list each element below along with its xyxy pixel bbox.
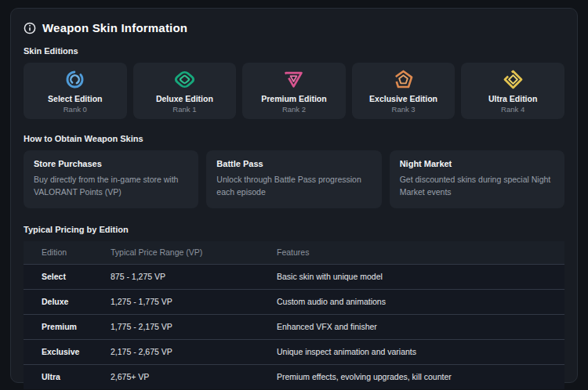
table-row-deluxe: Deluxe 1,275 - 1,775 VP Custom audio and…	[24, 289, 564, 314]
column-header-edition: Edition	[24, 247, 111, 257]
obtain-heading: How to Obtain Weapon Skins	[24, 134, 564, 143]
panel-header: Weapon Skin Information	[24, 21, 564, 34]
edition-cell: Exclusive	[24, 347, 111, 356]
weapon-skin-info-panel: Weapon Skin Information Skin Editions Se…	[10, 8, 578, 383]
edition-card-row: Select Edition Rank 0 Deluxe Edition Ran…	[24, 63, 564, 119]
column-header-price: Typical Price Range (VP)	[111, 247, 277, 257]
features-cell: Unique inspect animation and variants	[277, 347, 564, 356]
edition-rank: Rank 3	[392, 105, 416, 114]
obtain-card-description: Unlock through Battle Pass progression e…	[216, 174, 371, 199]
obtain-card-description: Buy directly from the in-game store with…	[34, 174, 188, 199]
edition-card-exclusive: Exclusive Edition Rank 3	[352, 63, 456, 119]
price-cell: 875 - 1,275 VP	[111, 272, 277, 281]
table-row-select: Select 875 - 1,275 VP Basic skin with un…	[24, 264, 564, 289]
edition-card-deluxe: Deluxe Edition Rank 1	[133, 63, 237, 119]
editions-heading: Skin Editions	[24, 46, 564, 56]
obtain-card-row: Store Purchases Buy directly from the in…	[24, 150, 564, 208]
obtain-card-description: Get discounted skins during special Nigh…	[400, 174, 554, 199]
edition-name: Select Edition	[48, 94, 102, 103]
obtain-card-night-market: Night Market Get discounted skins during…	[390, 150, 564, 208]
price-cell: 2,675+ VP	[111, 372, 277, 381]
obtain-card-title: Battle Pass	[216, 159, 371, 168]
price-cell: 1,275 - 1,775 VP	[111, 297, 277, 306]
edition-cell: Premium	[24, 322, 111, 331]
edition-name: Deluxe Edition	[156, 94, 213, 103]
edition-name: Ultra Edition	[488, 94, 537, 103]
deluxe-edition-icon	[174, 69, 195, 90]
price-cell: 1,775 - 2,175 VP	[111, 322, 277, 331]
price-cell: 2,175 - 2,675 VP	[111, 347, 277, 356]
pricing-table-header: Edition Typical Price Range (VP) Feature…	[24, 241, 564, 264]
select-edition-icon	[64, 69, 85, 90]
ultra-edition-icon	[503, 69, 524, 90]
obtain-card-title: Night Market	[400, 159, 554, 168]
pricing-heading: Typical Pricing by Edition	[24, 225, 564, 234]
table-row-exclusive: Exclusive 2,175 - 2,675 VP Unique inspec…	[24, 339, 564, 364]
features-cell: Enhanced VFX and finisher	[277, 322, 564, 331]
features-cell: Custom audio and animations	[277, 297, 564, 306]
edition-rank: Rank 2	[282, 105, 306, 114]
edition-cell: Select	[24, 272, 111, 281]
obtain-card-title: Store Purchases	[34, 159, 188, 168]
page-title: Weapon Skin Information	[42, 21, 187, 34]
edition-cell: Deluxe	[24, 297, 111, 306]
info-icon	[24, 22, 36, 34]
edition-cell: Ultra	[24, 372, 111, 381]
table-row-premium: Premium 1,775 - 2,175 VP Enhanced VFX an…	[24, 314, 564, 339]
features-cell: Premium effects, evolving upgrades, kill…	[277, 372, 564, 381]
obtain-card-store-purchases: Store Purchases Buy directly from the in…	[24, 150, 198, 208]
column-header-features: Features	[277, 247, 564, 257]
edition-rank: Rank 1	[172, 105, 196, 114]
edition-rank: Rank 4	[501, 105, 524, 114]
edition-card-premium: Premium Edition Rank 2	[242, 63, 346, 119]
edition-name: Exclusive Edition	[369, 94, 437, 103]
edition-rank: Rank 0	[64, 105, 87, 114]
edition-card-ultra: Ultra Edition Rank 4	[461, 63, 564, 119]
premium-edition-icon	[283, 69, 304, 90]
pricing-table: Edition Typical Price Range (VP) Feature…	[24, 241, 564, 389]
edition-card-select: Select Edition Rank 0	[24, 63, 127, 119]
exclusive-edition-icon	[393, 69, 414, 90]
obtain-card-battle-pass: Battle Pass Unlock through Battle Pass p…	[206, 150, 381, 208]
features-cell: Basic skin with unique model	[277, 272, 564, 281]
edition-name: Premium Edition	[261, 94, 326, 103]
table-row-ultra: Ultra 2,675+ VP Premium effects, evolvin…	[24, 364, 564, 389]
